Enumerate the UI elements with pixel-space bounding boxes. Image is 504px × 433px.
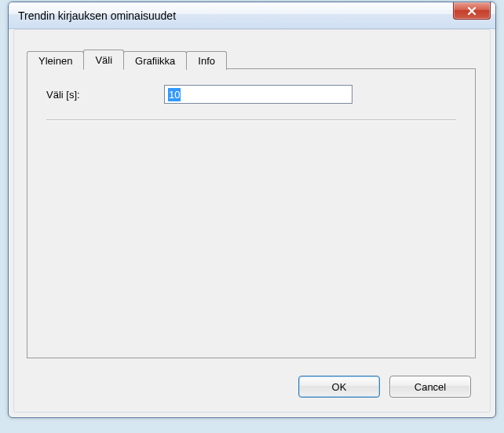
interval-input-value: 10: [168, 88, 181, 101]
dialog-button-row: OK Cancel: [298, 376, 471, 398]
cancel-button[interactable]: Cancel: [389, 376, 471, 398]
dialog-window: Trendin kirjauksen ominaisuudet Yleinen …: [8, 2, 496, 418]
interval-row: Väli [s]: 10: [46, 85, 456, 104]
tab-panel-interval: Väli [s]: 10: [27, 68, 476, 358]
tab-label: Väli: [95, 54, 112, 66]
button-label: OK: [332, 381, 347, 393]
ok-button[interactable]: OK: [298, 376, 380, 398]
tab-info[interactable]: Info: [186, 51, 227, 70]
tab-graphics[interactable]: Grafiikka: [123, 51, 187, 70]
button-label: Cancel: [415, 381, 446, 393]
tab-interval[interactable]: Väli: [83, 50, 124, 70]
close-button[interactable]: [453, 2, 491, 20]
titlebar[interactable]: Trendin kirjauksen ominaisuudet: [9, 2, 495, 29]
interval-label: Väli [s]:: [46, 89, 164, 101]
separator: [46, 119, 456, 121]
tab-control: Yleinen Väli Grafiikka Info Väli [s]:: [27, 49, 476, 358]
tab-label: Info: [198, 55, 215, 67]
tab-general[interactable]: Yleinen: [27, 51, 84, 70]
tab-label: Grafiikka: [135, 55, 175, 67]
dialog-client-area: Yleinen Väli Grafiikka Info Väli [s]:: [13, 29, 491, 413]
tab-strip: Yleinen Väli Grafiikka Info: [27, 49, 476, 69]
close-icon: [467, 6, 477, 16]
interval-input[interactable]: 10: [164, 85, 352, 104]
window-title: Trendin kirjauksen ominaisuudet: [18, 9, 176, 22]
tab-label: Yleinen: [38, 55, 72, 67]
